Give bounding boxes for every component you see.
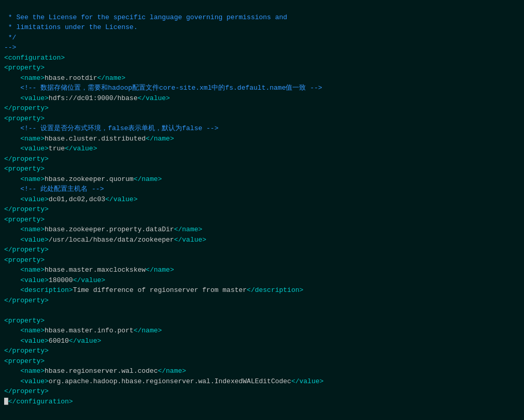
xml-tag: <value> [20,377,49,385]
xml-tag: <property> [4,256,45,264]
xml-tag: </value> [105,195,137,203]
code-line: </property> [4,204,520,215]
xml-tag: </name> [174,226,203,233]
xml-tag: </property> [4,347,49,355]
xml-text: hbase.master.info.port [45,327,134,334]
xml-tag: <value> [20,337,49,345]
xml-text: /usr/local/hbase/data/zookeeper [49,236,174,244]
code-line: <property> [4,316,520,326]
xml-text: 60010 [49,337,69,345]
xml-tag: <name> [20,175,45,183]
code-line: <name>hbase.master.info.port</name> [4,326,520,336]
code-line: <!-- 设置是否分布式环境，false表示单机，默认为false --> [4,123,520,134]
xml-tag: </property> [4,205,49,213]
xml-comment: * limitations under the License. [4,23,137,31]
code-line: <property> [4,164,520,174]
xml-tag: <value> [20,94,49,102]
code-line: <value>org.apache.hadoop.hbase.regionser… [4,376,520,387]
xml-text: 180000 [49,276,73,284]
code-line: <name>hbase.regionserver.wal.codec</name… [4,366,520,376]
xml-tag: <name> [20,135,45,143]
xml-tag: <name> [20,74,45,82]
code-line: </property> [4,154,520,164]
xml-tag: </name> [158,367,186,375]
code-line: <property> [4,356,520,367]
code-line: </property> [4,296,520,306]
xml-tag: <value> [20,195,49,203]
code-line: <name>hbase.master.maxclockskew</name> [4,265,520,275]
xml-tag: <property> [4,165,45,173]
xml-tag: <name> [20,327,45,334]
xml-text: hbase.zookeeper.property.dataDir [45,226,174,233]
code-line: <configuration> [4,53,520,63]
xml-tag: </value> [137,94,169,102]
code-line: </property> [4,245,520,255]
code-line: --> [4,43,520,53]
xml-tag: </name> [134,175,162,183]
xml-tag: <description> [20,286,73,294]
code-editor: * See the License for the specific langu… [0,0,524,409]
code-line: <property> [4,255,520,265]
xml-text: hbase.master.maxclockskew [45,266,146,274]
code-line: </property> [4,386,520,397]
code-line: <value>60010</value> [4,336,520,346]
xml-text: dc01,dc02,dc03 [49,195,105,203]
xml-tag: </value> [69,337,101,345]
xml-tag: </property> [4,155,49,163]
code-line: <property> [4,63,520,73]
xml-tag: <value> [20,145,49,152]
xml-text: hbase.rootdir [45,74,97,82]
xml-comment: --> [4,44,16,51]
xml-tag: </value> [291,377,323,385]
xml-tag: </value> [73,276,105,284]
code-line: <value>true</value> [4,144,520,154]
xml-tag: <configuration> [4,54,65,62]
code-line: <name>hbase.zookeeper.quorum</name> [4,174,520,185]
xml-tag: <property> [4,64,45,72]
xml-text: hbase.regionserver.wal.codec [45,367,158,375]
code-line: <value>/usr/local/hbase/data/zookeeper</… [4,235,520,245]
xml-tag: </description> [247,286,303,294]
xml-tag: </value> [174,236,206,244]
code-line: </property> [4,346,520,356]
xml-text: Time difference of regionserver from mas… [73,286,247,294]
xml-tag: </property> [4,246,49,254]
code-line: * See the License for the specific langu… [4,12,520,23]
xml-comment: <!-- 设置是否分布式环境，false表示单机，默认为false --> [20,124,218,132]
xml-tag: </name> [146,135,174,143]
code-line: <value>dc01,dc02,dc03</value> [4,194,520,205]
xml-tag: <property> [4,216,45,223]
xml-text: hbase.cluster.distributed [45,135,146,143]
code-line: <!-- 此处配置主机名 --> [4,184,520,194]
xml-text: org.apache.hadoop.hbase.regionserver.wal… [49,377,291,385]
code-line [4,305,520,316]
code-line: █</configuration> [4,397,520,407]
xml-tag: <value> [20,276,49,284]
xml-text: hdfs://dc01:9000/hbase [49,94,138,102]
xml-tag: <name> [20,367,45,375]
code-line: <value>hdfs://dc01:9000/hbase</value> [4,93,520,104]
xml-tag: </name> [97,74,125,82]
xml-tag: <property> [4,115,45,122]
xml-tag: </property> [4,387,49,395]
xml-tag: </configuration> [8,398,73,405]
code-line: <description>Time difference of regionse… [4,285,520,296]
xml-comment: <!-- 数据存储位置，需要和hadoop配置文件core-site.xml中的… [20,84,322,92]
code-line: <property> [4,114,520,124]
code-line: <name>hbase.cluster.distributed</name> [4,134,520,144]
xml-tag: </property> [4,297,49,304]
code-line: <name>hbase.rootdir</name> [4,73,520,83]
xml-tag: </property> [4,104,49,112]
xml-tag: <name> [20,266,45,274]
xml-tag: </name> [146,266,174,274]
code-line: </property> [4,103,520,114]
xml-tag: <name> [20,226,45,233]
code-line: * limitations under the License. [4,22,520,33]
xml-tag: <property> [4,317,45,325]
xml-text: hbase.zookeeper.quorum [45,175,134,183]
xml-tag: </value> [65,145,97,152]
xml-tag: <value> [20,236,49,244]
code-line: <value>180000</value> [4,275,520,286]
xml-tag: </name> [134,327,162,334]
xml-comment: <!-- 此处配置主机名 --> [20,185,104,193]
